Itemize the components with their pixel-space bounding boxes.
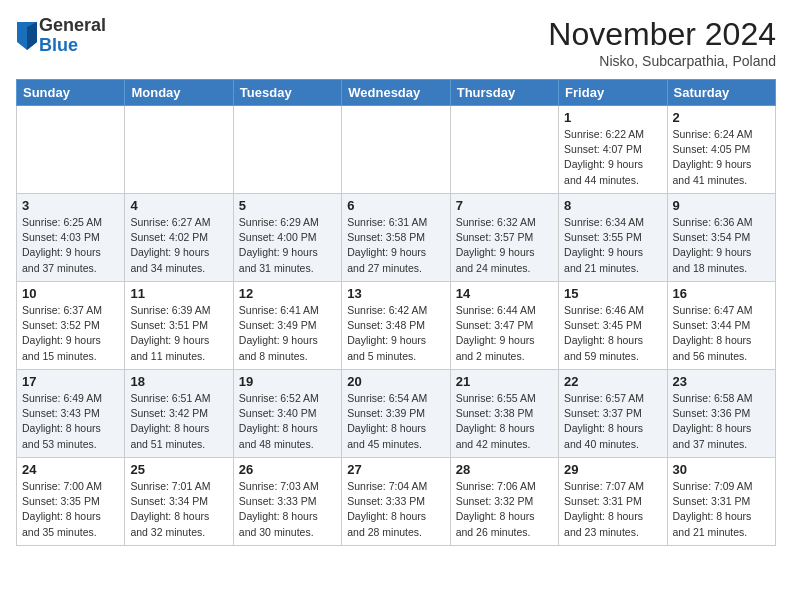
calendar-cell: 24Sunrise: 7:00 AM Sunset: 3:35 PM Dayli… <box>17 458 125 546</box>
day-number: 21 <box>456 374 553 389</box>
calendar-cell: 29Sunrise: 7:07 AM Sunset: 3:31 PM Dayli… <box>559 458 667 546</box>
day-number: 1 <box>564 110 661 125</box>
day-number: 24 <box>22 462 119 477</box>
calendar-cell: 8Sunrise: 6:34 AM Sunset: 3:55 PM Daylig… <box>559 194 667 282</box>
day-number: 27 <box>347 462 444 477</box>
calendar-cell: 4Sunrise: 6:27 AM Sunset: 4:02 PM Daylig… <box>125 194 233 282</box>
day-number: 4 <box>130 198 227 213</box>
calendar-cell: 17Sunrise: 6:49 AM Sunset: 3:43 PM Dayli… <box>17 370 125 458</box>
day-info: Sunrise: 6:36 AM Sunset: 3:54 PM Dayligh… <box>673 215 770 276</box>
calendar-week-3: 17Sunrise: 6:49 AM Sunset: 3:43 PM Dayli… <box>17 370 776 458</box>
day-number: 13 <box>347 286 444 301</box>
day-number: 30 <box>673 462 770 477</box>
month-title: November 2024 <box>548 16 776 53</box>
header-tuesday: Tuesday <box>233 80 341 106</box>
header: General Blue November 2024 Nisko, Subcar… <box>16 16 776 69</box>
calendar-cell: 11Sunrise: 6:39 AM Sunset: 3:51 PM Dayli… <box>125 282 233 370</box>
calendar-cell: 19Sunrise: 6:52 AM Sunset: 3:40 PM Dayli… <box>233 370 341 458</box>
day-info: Sunrise: 6:27 AM Sunset: 4:02 PM Dayligh… <box>130 215 227 276</box>
day-info: Sunrise: 6:39 AM Sunset: 3:51 PM Dayligh… <box>130 303 227 364</box>
day-info: Sunrise: 6:54 AM Sunset: 3:39 PM Dayligh… <box>347 391 444 452</box>
day-number: 16 <box>673 286 770 301</box>
calendar-cell: 12Sunrise: 6:41 AM Sunset: 3:49 PM Dayli… <box>233 282 341 370</box>
logo-text: General Blue <box>39 16 106 56</box>
day-info: Sunrise: 6:57 AM Sunset: 3:37 PM Dayligh… <box>564 391 661 452</box>
day-number: 19 <box>239 374 336 389</box>
day-info: Sunrise: 6:24 AM Sunset: 4:05 PM Dayligh… <box>673 127 770 188</box>
day-number: 22 <box>564 374 661 389</box>
day-info: Sunrise: 7:03 AM Sunset: 3:33 PM Dayligh… <box>239 479 336 540</box>
calendar-cell <box>125 106 233 194</box>
header-thursday: Thursday <box>450 80 558 106</box>
page: General Blue November 2024 Nisko, Subcar… <box>0 0 792 562</box>
day-info: Sunrise: 6:42 AM Sunset: 3:48 PM Dayligh… <box>347 303 444 364</box>
calendar-cell: 18Sunrise: 6:51 AM Sunset: 3:42 PM Dayli… <box>125 370 233 458</box>
calendar-cell: 10Sunrise: 6:37 AM Sunset: 3:52 PM Dayli… <box>17 282 125 370</box>
calendar-week-1: 3Sunrise: 6:25 AM Sunset: 4:03 PM Daylig… <box>17 194 776 282</box>
header-monday: Monday <box>125 80 233 106</box>
calendar-cell: 1Sunrise: 6:22 AM Sunset: 4:07 PM Daylig… <box>559 106 667 194</box>
day-number: 18 <box>130 374 227 389</box>
day-info: Sunrise: 6:49 AM Sunset: 3:43 PM Dayligh… <box>22 391 119 452</box>
calendar-cell: 9Sunrise: 6:36 AM Sunset: 3:54 PM Daylig… <box>667 194 775 282</box>
calendar-week-4: 24Sunrise: 7:00 AM Sunset: 3:35 PM Dayli… <box>17 458 776 546</box>
day-info: Sunrise: 6:51 AM Sunset: 3:42 PM Dayligh… <box>130 391 227 452</box>
day-number: 2 <box>673 110 770 125</box>
day-number: 6 <box>347 198 444 213</box>
header-saturday: Saturday <box>667 80 775 106</box>
day-info: Sunrise: 6:47 AM Sunset: 3:44 PM Dayligh… <box>673 303 770 364</box>
day-info: Sunrise: 6:46 AM Sunset: 3:45 PM Dayligh… <box>564 303 661 364</box>
calendar-week-2: 10Sunrise: 6:37 AM Sunset: 3:52 PM Dayli… <box>17 282 776 370</box>
calendar-cell: 13Sunrise: 6:42 AM Sunset: 3:48 PM Dayli… <box>342 282 450 370</box>
day-number: 29 <box>564 462 661 477</box>
location-subtitle: Nisko, Subcarpathia, Poland <box>548 53 776 69</box>
calendar-cell <box>450 106 558 194</box>
calendar-cell: 21Sunrise: 6:55 AM Sunset: 3:38 PM Dayli… <box>450 370 558 458</box>
calendar-cell: 23Sunrise: 6:58 AM Sunset: 3:36 PM Dayli… <box>667 370 775 458</box>
calendar-cell: 26Sunrise: 7:03 AM Sunset: 3:33 PM Dayli… <box>233 458 341 546</box>
day-number: 28 <box>456 462 553 477</box>
day-info: Sunrise: 6:25 AM Sunset: 4:03 PM Dayligh… <box>22 215 119 276</box>
calendar-cell: 25Sunrise: 7:01 AM Sunset: 3:34 PM Dayli… <box>125 458 233 546</box>
day-info: Sunrise: 6:29 AM Sunset: 4:00 PM Dayligh… <box>239 215 336 276</box>
day-info: Sunrise: 6:55 AM Sunset: 3:38 PM Dayligh… <box>456 391 553 452</box>
header-friday: Friday <box>559 80 667 106</box>
day-number: 26 <box>239 462 336 477</box>
header-sunday: Sunday <box>17 80 125 106</box>
day-number: 11 <box>130 286 227 301</box>
day-number: 10 <box>22 286 119 301</box>
calendar-cell: 30Sunrise: 7:09 AM Sunset: 3:31 PM Dayli… <box>667 458 775 546</box>
day-info: Sunrise: 6:41 AM Sunset: 3:49 PM Dayligh… <box>239 303 336 364</box>
day-number: 8 <box>564 198 661 213</box>
calendar-cell: 28Sunrise: 7:06 AM Sunset: 3:32 PM Dayli… <box>450 458 558 546</box>
calendar-cell: 14Sunrise: 6:44 AM Sunset: 3:47 PM Dayli… <box>450 282 558 370</box>
day-info: Sunrise: 7:01 AM Sunset: 3:34 PM Dayligh… <box>130 479 227 540</box>
day-number: 14 <box>456 286 553 301</box>
calendar-cell: 15Sunrise: 6:46 AM Sunset: 3:45 PM Dayli… <box>559 282 667 370</box>
logo-blue: Blue <box>39 35 78 55</box>
day-info: Sunrise: 6:31 AM Sunset: 3:58 PM Dayligh… <box>347 215 444 276</box>
calendar-cell: 3Sunrise: 6:25 AM Sunset: 4:03 PM Daylig… <box>17 194 125 282</box>
day-number: 5 <box>239 198 336 213</box>
calendar-cell: 22Sunrise: 6:57 AM Sunset: 3:37 PM Dayli… <box>559 370 667 458</box>
calendar-cell: 7Sunrise: 6:32 AM Sunset: 3:57 PM Daylig… <box>450 194 558 282</box>
day-info: Sunrise: 6:32 AM Sunset: 3:57 PM Dayligh… <box>456 215 553 276</box>
day-number: 7 <box>456 198 553 213</box>
day-info: Sunrise: 6:58 AM Sunset: 3:36 PM Dayligh… <box>673 391 770 452</box>
day-number: 23 <box>673 374 770 389</box>
calendar-cell <box>17 106 125 194</box>
calendar-cell <box>342 106 450 194</box>
day-info: Sunrise: 7:00 AM Sunset: 3:35 PM Dayligh… <box>22 479 119 540</box>
day-info: Sunrise: 6:37 AM Sunset: 3:52 PM Dayligh… <box>22 303 119 364</box>
day-info: Sunrise: 7:07 AM Sunset: 3:31 PM Dayligh… <box>564 479 661 540</box>
day-info: Sunrise: 6:22 AM Sunset: 4:07 PM Dayligh… <box>564 127 661 188</box>
logo: General Blue <box>16 16 106 56</box>
day-number: 20 <box>347 374 444 389</box>
day-number: 3 <box>22 198 119 213</box>
logo-icon <box>17 22 37 50</box>
calendar-cell: 6Sunrise: 6:31 AM Sunset: 3:58 PM Daylig… <box>342 194 450 282</box>
calendar-cell: 5Sunrise: 6:29 AM Sunset: 4:00 PM Daylig… <box>233 194 341 282</box>
day-info: Sunrise: 6:52 AM Sunset: 3:40 PM Dayligh… <box>239 391 336 452</box>
day-info: Sunrise: 7:09 AM Sunset: 3:31 PM Dayligh… <box>673 479 770 540</box>
calendar-cell: 16Sunrise: 6:47 AM Sunset: 3:44 PM Dayli… <box>667 282 775 370</box>
